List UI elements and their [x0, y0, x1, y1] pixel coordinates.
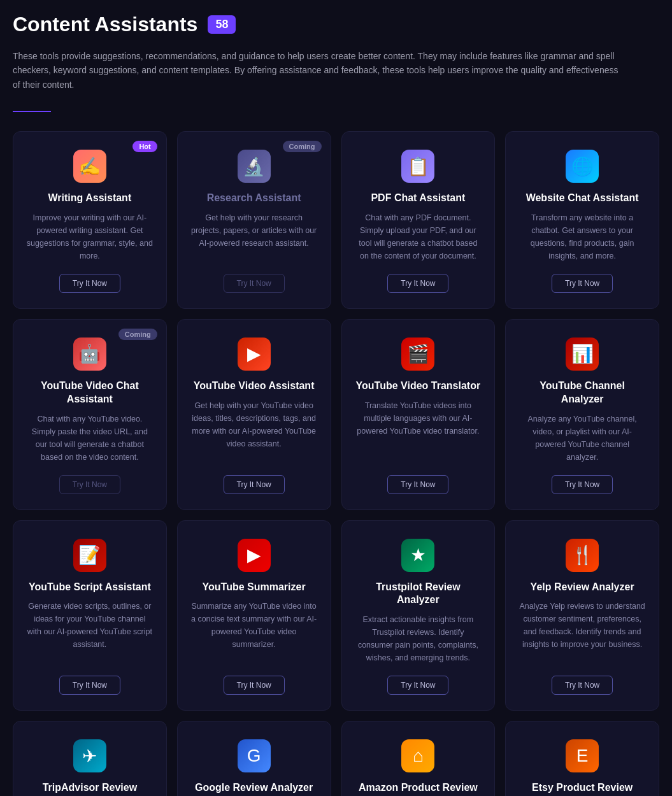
card-badge-writing-assistant: Hot — [132, 141, 157, 152]
card-icon-yt-channel-analyzer: 📊 — [566, 338, 599, 371]
card-title-etsy-review-analyzer: Etsy Product Review Analyzer — [518, 781, 646, 796]
card-btn-trustpilot-analyzer[interactable]: Try It Now — [387, 676, 448, 695]
card-yt-summarizer: ▶ YouTube Summarizer Summarize any YouTu… — [177, 520, 331, 711]
card-icon-trustpilot-analyzer: ★ — [401, 539, 434, 572]
cards-grid: Hot ✍️ Writing Assistant Improve your wr… — [13, 131, 659, 796]
page-description: These tools provide suggestions, recomme… — [13, 49, 624, 92]
card-desc-writing-assistant: Improve your writing with our AI-powered… — [26, 211, 154, 262]
card-icon-google-review-analyzer: G — [238, 739, 271, 772]
card-title-yt-script-assistant: YouTube Script Assistant — [29, 581, 151, 594]
card-btn-writing-assistant[interactable]: Try It Now — [59, 274, 120, 293]
card-btn-yt-video-assistant[interactable]: Try It Now — [224, 475, 285, 494]
page-title: Content Assistants — [13, 13, 197, 36]
card-title-yt-summarizer: YouTube Summarizer — [203, 581, 306, 594]
card-amazon-review-analyzer: ⌂ Amazon Product Review Analyzer Analyze… — [341, 721, 496, 796]
card-google-review-analyzer: G Google Review Analyzer Analyze Google … — [177, 721, 331, 796]
card-icon-yt-script-assistant: 📝 — [73, 539, 106, 572]
card-btn-yelp-analyzer[interactable]: Try It Now — [552, 676, 613, 695]
card-title-writing-assistant: Writing Assistant — [48, 192, 132, 205]
card-btn-pdf-chat-assistant[interactable]: Try It Now — [387, 274, 448, 293]
card-title-yt-channel-analyzer: YouTube Channel Analyzer — [518, 380, 646, 406]
card-icon-website-chat-assistant: 🌐 — [566, 150, 599, 183]
card-icon-research-assistant: 🔬 — [238, 150, 271, 183]
card-icon-yelp-analyzer: 🍴 — [566, 539, 599, 572]
card-website-chat-assistant: 🌐 Website Chat Assistant Transform any w… — [505, 131, 659, 309]
card-title-amazon-review-analyzer: Amazon Product Review Analyzer — [355, 781, 482, 796]
card-desc-trustpilot-analyzer: Extract actionable insights from Trustpi… — [355, 613, 482, 664]
card-badge-research-assistant: Coming — [283, 141, 322, 152]
card-yt-video-chat-assistant: Coming 🤖 YouTube Video Chat Assistant Ch… — [13, 319, 167, 510]
card-writing-assistant: Hot ✍️ Writing Assistant Improve your wr… — [13, 131, 167, 309]
card-btn-yt-channel-analyzer[interactable]: Try It Now — [552, 475, 613, 494]
card-icon-etsy-review-analyzer: E — [566, 739, 599, 772]
card-desc-yt-summarizer: Summarize any YouTube video into a conci… — [190, 600, 318, 664]
card-title-tripadvisor-analyzer: TripAdvisor Review Analyzer — [26, 781, 154, 796]
card-btn-yt-video-translator[interactable]: Try It Now — [387, 475, 448, 494]
card-desc-yelp-analyzer: Analyze Yelp reviews to understand custo… — [518, 600, 646, 664]
card-title-trustpilot-analyzer: Trustpilot Review Analyzer — [355, 581, 482, 608]
page-header: Content Assistants 58 — [13, 13, 659, 36]
card-badge-yt-video-chat-assistant: Coming — [118, 329, 157, 340]
section-divider — [13, 111, 51, 112]
card-yt-channel-analyzer: 📊 YouTube Channel Analyzer Analyze any Y… — [505, 319, 659, 510]
card-icon-yt-video-chat-assistant: 🤖 — [73, 338, 106, 371]
card-title-yelp-analyzer: Yelp Review Analyzer — [531, 581, 634, 594]
card-yelp-analyzer: 🍴 Yelp Review Analyzer Analyze Yelp revi… — [505, 520, 659, 711]
card-title-research-assistant: Research Assistant — [207, 192, 301, 205]
card-desc-yt-channel-analyzer: Analyze any YouTube channel, video, or p… — [518, 413, 646, 464]
card-title-pdf-chat-assistant: PDF Chat Assistant — [371, 192, 465, 205]
card-icon-amazon-review-analyzer: ⌂ — [401, 739, 434, 772]
card-icon-yt-video-assistant: ▶ — [238, 338, 271, 371]
card-icon-yt-video-translator: 🎬 — [401, 338, 434, 371]
card-btn-research-assistant[interactable]: Try It Now — [224, 274, 285, 293]
card-icon-tripadvisor-analyzer: ✈ — [73, 739, 106, 772]
card-desc-research-assistant: Get help with your research projects, pa… — [190, 211, 318, 262]
card-yt-script-assistant: 📝 YouTube Script Assistant Generate vide… — [13, 520, 167, 711]
card-title-website-chat-assistant: Website Chat Assistant — [526, 192, 639, 205]
card-trustpilot-analyzer: ★ Trustpilot Review Analyzer Extract act… — [341, 520, 496, 711]
card-desc-yt-video-translator: Translate YouTube videos into multiple l… — [355, 399, 482, 464]
card-yt-video-translator: 🎬 YouTube Video Translator Translate You… — [341, 319, 496, 510]
card-desc-website-chat-assistant: Transform any website into a chatbot. Ge… — [518, 211, 646, 262]
page-wrapper: Content Assistants 58 These tools provid… — [13, 13, 659, 796]
card-btn-website-chat-assistant[interactable]: Try It Now — [552, 274, 613, 293]
card-desc-yt-script-assistant: Generate video scripts, outlines, or ide… — [26, 600, 154, 664]
card-pdf-chat-assistant: 📋 PDF Chat Assistant Chat with any PDF d… — [341, 131, 496, 309]
card-research-assistant: Coming 🔬 Research Assistant Get help wit… — [177, 131, 331, 309]
card-btn-yt-video-chat-assistant[interactable]: Try It Now — [59, 475, 120, 494]
card-desc-yt-video-chat-assistant: Chat with any YouTube video. Simply past… — [26, 413, 154, 464]
card-yt-video-assistant: ▶ YouTube Video Assistant Get help with … — [177, 319, 331, 510]
card-icon-writing-assistant: ✍️ — [73, 150, 106, 183]
card-icon-pdf-chat-assistant: 📋 — [401, 150, 434, 183]
card-btn-yt-summarizer[interactable]: Try It Now — [224, 676, 285, 695]
card-icon-yt-summarizer: ▶ — [238, 539, 271, 572]
card-title-yt-video-assistant: YouTube Video Assistant — [194, 380, 315, 393]
card-etsy-review-analyzer: E Etsy Product Review Analyzer Analyze E… — [505, 721, 659, 796]
card-desc-pdf-chat-assistant: Chat with any PDF document. Simply uploa… — [355, 211, 482, 262]
card-btn-yt-script-assistant[interactable]: Try It Now — [59, 676, 120, 695]
card-title-google-review-analyzer: Google Review Analyzer — [195, 781, 313, 795]
card-desc-yt-video-assistant: Get help with your YouTube video ideas, … — [190, 399, 318, 464]
card-title-yt-video-translator: YouTube Video Translator — [356, 380, 481, 393]
count-badge: 58 — [208, 15, 236, 34]
card-title-yt-video-chat-assistant: YouTube Video Chat Assistant — [26, 380, 154, 406]
card-tripadvisor-analyzer: ✈ TripAdvisor Review Analyzer Analyze Tr… — [13, 721, 167, 796]
